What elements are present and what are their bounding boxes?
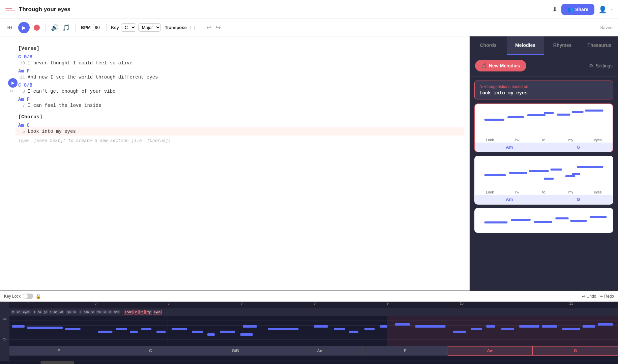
measure-numbers: 4 5 6 7 8 9 10 11 bbox=[9, 302, 618, 308]
undo-button[interactable]: ↩ Undo bbox=[582, 294, 596, 299]
bottom-toolbar: Key Lock 🔒 ↩ Undo ↪ Redo bbox=[0, 291, 618, 302]
svg-rect-0 bbox=[484, 119, 504, 121]
notes-area bbox=[9, 316, 618, 346]
melody-card[interactable] bbox=[474, 208, 613, 233]
lyric-chip: fe bbox=[90, 310, 95, 314]
user-avatar-button[interactable]: 👤 bbox=[598, 5, 607, 13]
redo-toolbar-button[interactable]: ↪ bbox=[216, 24, 221, 31]
svg-rect-19 bbox=[570, 220, 587, 222]
lock-icon: 🔒 bbox=[35, 294, 41, 299]
toggle-thumb bbox=[23, 294, 28, 299]
melody-chords-1: Am G bbox=[475, 143, 613, 152]
transpose-up-button[interactable]: ↑ bbox=[189, 25, 192, 31]
prev-button[interactable]: ⏮ bbox=[5, 23, 14, 32]
undo-toolbar-button[interactable]: ↩ bbox=[207, 24, 212, 31]
more-options-button[interactable]: · bbox=[611, 6, 613, 13]
svg-rect-46 bbox=[501, 328, 514, 330]
svg-rect-21 bbox=[12, 325, 25, 328]
measure-num: 11 bbox=[569, 302, 573, 305]
svg-rect-44 bbox=[471, 328, 482, 330]
svg-rect-37 bbox=[334, 328, 345, 330]
lyric-chip: I bbox=[33, 310, 36, 314]
editor-panel[interactable]: ▶ ⠿ [Verse] C G/B 10 I never thought I c… bbox=[0, 36, 470, 291]
tab-rhymes[interactable]: Rhymes bbox=[544, 36, 581, 55]
chord-bar-g-highlight: G bbox=[533, 346, 618, 356]
share-button[interactable]: 👥 Share bbox=[561, 4, 594, 15]
lyric-chip: eyes bbox=[22, 310, 31, 314]
transpose-label: Transpose bbox=[165, 25, 187, 30]
svg-rect-7 bbox=[484, 174, 506, 176]
melody-piano-roll-3 bbox=[475, 209, 613, 232]
lyric-chip-highlight: my bbox=[145, 310, 152, 314]
svg-rect-45 bbox=[486, 325, 495, 328]
separator bbox=[45, 24, 46, 32]
tab-thesaurus[interactable]: Thesaurus bbox=[581, 36, 618, 55]
lyric-chip-highlight: to bbox=[139, 310, 145, 314]
undo-redo-group: ↩ Undo ↪ Redo bbox=[582, 294, 614, 299]
volume-button[interactable]: 🔊 bbox=[51, 24, 58, 31]
record-button[interactable] bbox=[34, 25, 40, 31]
suggestions-settings-button[interactable]: ⚙ Settings bbox=[589, 63, 613, 68]
lyric-chip-highlight: Look bbox=[124, 310, 133, 314]
tab-melodies[interactable]: Melodies bbox=[507, 36, 544, 55]
note-c4: C4 bbox=[0, 338, 9, 341]
saved-status: Saved bbox=[600, 25, 613, 30]
lyric-line-2[interactable]: 11 And now I see the world through diffe… bbox=[18, 74, 461, 80]
scrollbar-thumb[interactable] bbox=[40, 361, 74, 364]
svg-rect-51 bbox=[598, 323, 613, 326]
lyric-text[interactable]: Look into my eyes bbox=[28, 129, 76, 134]
tab-chords[interactable]: Chords bbox=[470, 36, 507, 55]
lyric-line-4[interactable]: 7 I can feel the love inside bbox=[18, 103, 461, 108]
svg-rect-20 bbox=[590, 216, 607, 218]
melody-card[interactable]: Look in- to my eyes Am G bbox=[474, 156, 613, 205]
lyric-text[interactable]: I never thought I could feel so alive bbox=[28, 60, 133, 66]
svg-rect-8 bbox=[509, 172, 527, 174]
key-label: Key bbox=[111, 25, 119, 30]
scrollbar-area[interactable] bbox=[0, 361, 618, 364]
melody-card[interactable]: ↙ Look in- to bbox=[474, 103, 613, 152]
new-melodies-button[interactable]: 🎵 New Melodies bbox=[475, 60, 526, 71]
key-select[interactable]: CDEFGAB bbox=[121, 23, 136, 32]
settings-icon-button[interactable]: 🎵 bbox=[62, 24, 70, 31]
melody-piano-roll-2 bbox=[475, 156, 613, 190]
bpm-label: BPM bbox=[81, 25, 91, 30]
chord-line-1: C G/B bbox=[18, 54, 461, 60]
lyric-line-1[interactable]: 10 I never thought I could feel so alive bbox=[18, 60, 461, 66]
measure-num: 8 bbox=[314, 302, 316, 305]
piano-keys: C5 C4 bbox=[0, 302, 9, 361]
drag-handle[interactable]: ⠿ bbox=[8, 89, 15, 95]
editor-placeholder[interactable]: Type '[some text]' to create a new secti… bbox=[18, 138, 461, 143]
lyric-chip: I bbox=[79, 310, 82, 314]
lyric-line-3[interactable]: 8 I can't get enough of your vibe bbox=[18, 89, 461, 94]
lyric-chip: can bbox=[83, 310, 90, 314]
lyric-chip-highlight: in bbox=[134, 310, 139, 314]
lyric-text[interactable]: And now I see the world through differen… bbox=[28, 74, 158, 80]
measure-num: 5 bbox=[95, 302, 97, 305]
app-header: Through your eyes ⬇ 👥 Share 👤 · bbox=[0, 0, 618, 19]
lyric-chip: in bbox=[108, 310, 112, 314]
bpm-input[interactable] bbox=[93, 24, 107, 31]
chord-bar-f: F bbox=[9, 346, 108, 356]
lyric-text[interactable]: I can't get enough of your vibe bbox=[28, 89, 115, 94]
melody-piano-roll-1 bbox=[475, 104, 613, 138]
chord-bar-c: C bbox=[108, 346, 193, 356]
svg-rect-28 bbox=[156, 331, 166, 333]
play-section-button[interactable]: ▶ bbox=[8, 78, 18, 88]
chord-bar-gb: G/B bbox=[193, 346, 278, 356]
chord-bar-am-highlight: Am bbox=[448, 346, 533, 356]
line-number: 10 bbox=[18, 61, 25, 66]
transpose-down-button[interactable]: ↓ bbox=[193, 25, 196, 31]
lyric-text[interactable]: I can feel the love inside bbox=[28, 103, 101, 108]
download-button[interactable]: ⬇ bbox=[552, 6, 557, 13]
key-lock-toggle[interactable] bbox=[23, 294, 33, 299]
lyric-chip: lo bbox=[102, 310, 107, 314]
play-button[interactable]: ▶ bbox=[18, 22, 30, 33]
lyric-line-5[interactable]: 5 Look into my eyes bbox=[16, 127, 464, 135]
chord-bars: F C G/B Am F Am G bbox=[9, 346, 618, 356]
svg-rect-42 bbox=[415, 325, 445, 328]
chord-line-3: C G/B bbox=[18, 83, 461, 88]
lyric-chip: the bbox=[96, 310, 102, 314]
roll-content: 4 5 6 7 8 9 10 11 fe en eyes I ca ge e n… bbox=[9, 302, 618, 361]
redo-button[interactable]: ↪ Redo bbox=[599, 294, 614, 299]
mode-select[interactable]: MajorMinor bbox=[138, 23, 161, 32]
